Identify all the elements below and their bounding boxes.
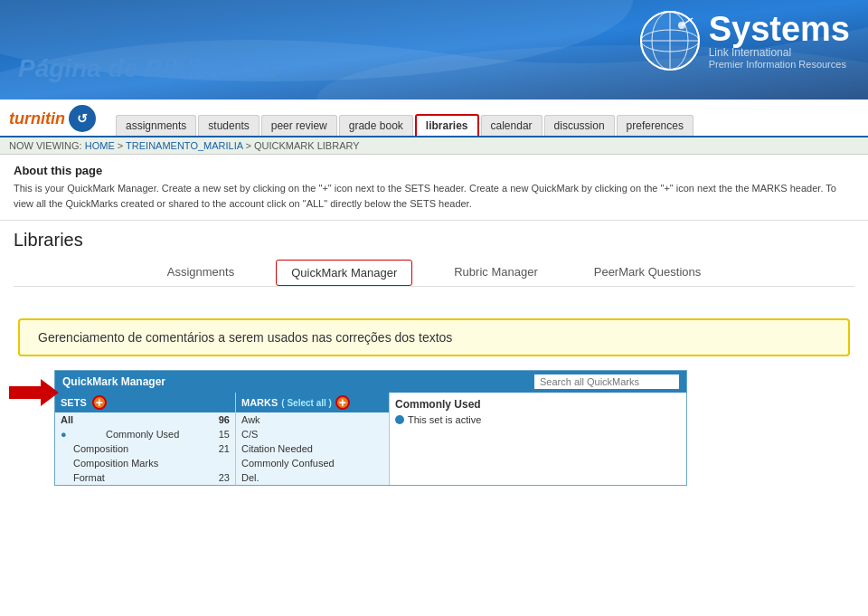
nav-tabs: assignments students peer review grade b… bbox=[116, 114, 693, 136]
set-composition-marks-label: Composition Marks bbox=[73, 458, 158, 469]
mark-awk[interactable]: Awk bbox=[236, 412, 389, 427]
sets-label: SETS bbox=[61, 397, 87, 408]
nav-tab-calendar[interactable]: calendar bbox=[481, 115, 542, 136]
logo-text: Systems Link International Premier Infor… bbox=[709, 12, 850, 70]
logo-link: Link International bbox=[709, 46, 850, 59]
set-all-count: 96 bbox=[219, 414, 230, 425]
nav-tab-grade-book[interactable]: grade book bbox=[339, 115, 413, 136]
lib-tab-quickmark[interactable]: QuickMark Manager bbox=[276, 260, 412, 286]
about-text: This is your QuickMark Manager. Create a… bbox=[14, 181, 854, 211]
set-dot: ● bbox=[61, 429, 67, 440]
qm-info-title: Commonly Used bbox=[395, 398, 681, 411]
add-mark-button[interactable]: + bbox=[335, 395, 350, 410]
globe-icon bbox=[638, 9, 702, 72]
qm-search-input[interactable] bbox=[534, 374, 679, 389]
breadcrumb-treinamento[interactable]: TREINAMENTO_MARILIA bbox=[126, 140, 242, 151]
mark-del[interactable]: Del. bbox=[236, 470, 389, 485]
qm-info-panel: Commonly Used This set is active bbox=[390, 393, 686, 485]
turnitin-nav-bar: turnitin ↺ assignments students peer rev… bbox=[0, 100, 868, 137]
select-all-label[interactable]: ( Select all ) bbox=[281, 398, 332, 408]
breadcrumb-prefix: NOW VIEWING: bbox=[9, 140, 85, 151]
set-composition[interactable]: Composition 21 bbox=[55, 441, 235, 456]
quickmark-preview: QuickMark Manager SETS + All 96 ● Common… bbox=[54, 370, 850, 486]
nav-tab-students[interactable]: students bbox=[198, 115, 259, 136]
set-composition-count: 21 bbox=[219, 443, 230, 454]
logo-area: Systems Link International Premier Infor… bbox=[638, 9, 850, 72]
set-composition-label: Composition bbox=[73, 443, 128, 454]
nav-tab-assignments[interactable]: assignments bbox=[116, 115, 196, 136]
set-commonly-used-count: 15 bbox=[219, 429, 230, 440]
breadcrumb-home[interactable]: HOME bbox=[85, 140, 115, 151]
set-format-count: 23 bbox=[219, 472, 230, 483]
mark-confused[interactable]: Commonly Confused bbox=[236, 456, 389, 470]
mark-citation[interactable]: Citation Needed bbox=[236, 441, 389, 456]
lib-tab-peermark[interactable]: PeerMark Questions bbox=[580, 260, 716, 286]
turnitin-text: turnitin bbox=[9, 109, 65, 128]
svg-marker-11 bbox=[9, 379, 59, 406]
lib-tab-assignments[interactable]: Assignments bbox=[153, 260, 249, 286]
qm-marks-panel: MARKS ( Select all ) + Awk C/S Citation … bbox=[236, 393, 390, 485]
annotation-box: Gerenciamento de comentários a serem usa… bbox=[18, 318, 850, 356]
qm-body: SETS + All 96 ● Commonly Used 15 Composi… bbox=[55, 393, 686, 485]
quickmark-manager-widget: QuickMark Manager SETS + All 96 ● Common… bbox=[54, 370, 687, 486]
set-composition-marks[interactable]: Composition Marks bbox=[55, 456, 235, 470]
active-badge: This set is active bbox=[395, 414, 681, 425]
about-title: About this page bbox=[14, 164, 854, 177]
logo-premier: Premier Information Resources bbox=[709, 59, 850, 70]
set-commonly-used-label: Commonly Used bbox=[106, 429, 179, 440]
active-dot-icon bbox=[395, 415, 404, 424]
lib-tab-rubric[interactable]: Rubric Manager bbox=[439, 260, 552, 286]
about-section: About this page This is your QuickMark M… bbox=[0, 155, 868, 221]
turnitin-logo: turnitin ↺ bbox=[9, 105, 96, 132]
qm-header-title: QuickMark Manager bbox=[62, 375, 165, 388]
turnitin-icon: ↺ bbox=[69, 105, 96, 132]
mark-cs[interactable]: C/S bbox=[236, 427, 389, 441]
qm-marks-header: MARKS ( Select all ) + bbox=[236, 393, 389, 412]
nav-tab-discussion[interactable]: discussion bbox=[544, 115, 615, 136]
breadcrumb-current: QUICKMARK LIBRARY bbox=[254, 140, 360, 151]
set-format-label: Format bbox=[73, 472, 105, 483]
set-all-label: All bbox=[61, 414, 73, 425]
page-title: Página de Bibliotecas bbox=[18, 54, 279, 83]
nav-tab-libraries[interactable]: libraries bbox=[415, 114, 479, 136]
qm-header: QuickMark Manager bbox=[55, 371, 686, 393]
active-label: This set is active bbox=[408, 414, 481, 425]
libraries-section: Libraries Assignments QuickMark Manager … bbox=[0, 221, 868, 305]
set-format[interactable]: Format 23 bbox=[55, 470, 235, 485]
marks-label: MARKS bbox=[241, 397, 278, 408]
set-commonly-used[interactable]: ● Commonly Used 15 bbox=[55, 427, 235, 441]
annotation-text: Gerenciamento de comentários a serem usa… bbox=[38, 330, 452, 345]
libraries-title: Libraries bbox=[14, 230, 854, 251]
add-set-button[interactable]: + bbox=[92, 395, 107, 410]
qm-sets-header: SETS + bbox=[55, 393, 235, 412]
qm-sets-panel: SETS + All 96 ● Commonly Used 15 Composi… bbox=[55, 393, 236, 485]
library-tabs: Assignments QuickMark Manager Rubric Man… bbox=[14, 260, 854, 287]
nav-tab-peer-review[interactable]: peer review bbox=[261, 115, 337, 136]
logo-systems: Systems bbox=[709, 12, 850, 46]
set-all[interactable]: All 96 bbox=[55, 412, 235, 427]
page-header: Página de Bibliotecas Systems Link Inter… bbox=[0, 0, 868, 100]
red-arrow bbox=[9, 379, 59, 410]
breadcrumb: NOW VIEWING: HOME > TREINAMENTO_MARILIA … bbox=[0, 137, 868, 155]
nav-tab-preferences[interactable]: preferences bbox=[617, 115, 693, 136]
